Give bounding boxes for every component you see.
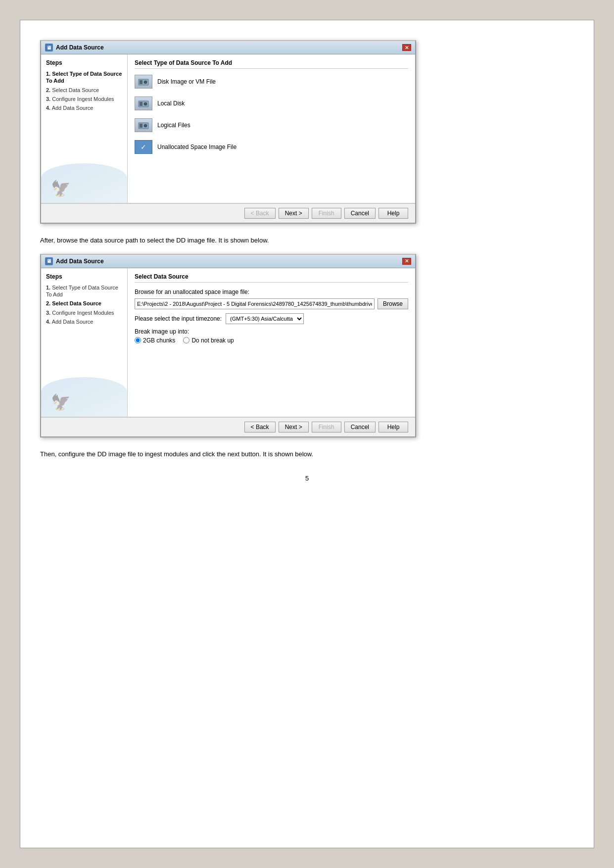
dialog1-step-2: 2. Select Data Source [46,87,122,94]
radio-row: 2GB chunks Do not break up [135,337,408,344]
dialog2-steps-list: 1. Select Type of Data Source To Add 2. … [46,284,122,325]
dialog2-next-button[interactable]: Next > [279,422,309,433]
timezone-row: Please select the input timezone: (GMT+5… [135,313,408,324]
dialog1-icon: 🖥 [45,44,53,51]
page-content: 🖥 Add Data Source ✕ Steps 1. Select Type… [20,20,594,848]
dialog1-steps-panel: Steps 1. Select Type of Data Source To A… [41,54,128,203]
dialog1-finish-button[interactable]: Finish [312,208,341,219]
dialog1-close-button[interactable]: ✕ [402,44,411,51]
dialog1-main: Steps 1. Select Type of Data Source To A… [41,54,415,203]
dialog2-content-title: Select Data Source [135,273,408,283]
dialog1-footer: < Back Next > Finish Cancel Help [41,203,415,223]
dialog2-titlebar: 🖥 Add Data Source ✕ [41,255,415,268]
dialog1-body: Steps 1. Select Type of Data Source To A… [41,54,415,223]
dialog2-steps-title: Steps [46,273,122,280]
dialog1-cancel-button[interactable]: Cancel [344,208,376,219]
dialog2-watermark-bird: 🦅 [51,393,71,412]
dialog1-step-4: 4. Add Data Source [46,104,122,111]
dialog1-content-panel: Select Type of Data Source To Add Disk I… [128,54,415,203]
dialog2-back-button[interactable]: < Back [244,422,276,433]
dialog2-body: Steps 1. Select Type of Data Source To A… [41,268,415,436]
svg-rect-1 [140,80,142,84]
page-number: 5 [40,475,574,482]
dialog1-steps-list: 1. Select Type of Data Source To Add 2. … [46,70,122,111]
svg-point-8 [144,124,147,127]
dialog1-back-button[interactable]: < Back [244,208,276,219]
disk-image-label: Disk Image or VM File [157,78,216,85]
paragraph1: After, browse the data source path to se… [40,236,574,246]
break-image-section: Break image up into: 2GB chunks Do not b… [135,328,408,344]
radio-2gb-option[interactable]: 2GB chunks [135,337,175,344]
browse-label: Browse for an unallocated space image fi… [135,289,408,295]
timezone-select[interactable]: (GMT+5:30) Asia/Calcutta [226,313,304,324]
browse-button[interactable]: Browse [378,298,408,309]
radio-2gb-label: 2GB chunks [143,337,175,344]
paragraph2: Then, configure the DD image file to ing… [40,449,574,460]
dialog2-content-panel: Select Data Source Browse for an unalloc… [128,268,415,417]
disk-image-icon [135,75,152,89]
dialog1-window: 🖥 Add Data Source ✕ Steps 1. Select Type… [40,40,416,224]
dialog1-option-unallocated[interactable]: ✓ Unallocated Space Image File [135,140,408,154]
radio-nobreak-option[interactable]: Do not break up [183,337,234,344]
dialog1-steps-title: Steps [46,59,122,66]
radio-nobreak-input[interactable] [183,337,189,343]
svg-rect-7 [140,124,142,128]
dialog2-cancel-button[interactable]: Cancel [344,422,376,433]
dialog2-steps-panel: Steps 1. Select Type of Data Source To A… [41,268,128,417]
local-disk-icon [135,96,152,110]
dialog1-option-logical-files[interactable]: Logical Files [135,118,408,132]
svg-rect-4 [140,102,142,106]
file-path-row: Browse [135,298,408,309]
break-image-label: Break image up into: [135,328,408,335]
dialog1-option-disk-image[interactable]: Disk Image or VM File [135,75,408,89]
dialog2-step-1: 1. Select Type of Data Source To Add [46,284,122,298]
dialog2-title: Add Data Source [56,258,104,265]
timezone-label: Please select the input timezone: [135,315,222,322]
svg-point-2 [144,81,147,84]
dialog2-close-button[interactable]: ✕ [402,258,411,265]
dialog1-next-button[interactable]: Next > [279,208,309,219]
radio-nobreak-label: Do not break up [191,337,234,344]
dialog1-content-title: Select Type of Data Source To Add [135,59,408,69]
dialog2-help-button[interactable]: Help [378,422,408,433]
dialog2-step-2: 2. Select Data Source [46,300,122,307]
dialog1-option-local-disk[interactable]: Local Disk [135,96,408,110]
dialog1-step-3: 3. Configure Ingest Modules [46,96,122,102]
radio-2gb-input[interactable] [135,337,141,343]
dialog1-titlebar: 🖥 Add Data Source ✕ [41,41,415,54]
dialog2-icon: 🖥 [45,257,53,265]
dialog1-title-left: 🖥 Add Data Source [45,44,104,51]
dialog1-step-1: 1. Select Type of Data Source To Add [46,70,122,85]
logical-files-icon [135,118,152,132]
logical-files-label: Logical Files [157,122,190,129]
dialog2-step-4: 4. Add Data Source [46,318,122,325]
dialog1-watermark-bird: 🦅 [51,179,71,198]
dialog2-title-left: 🖥 Add Data Source [45,257,104,265]
dialog1-help-button[interactable]: Help [378,208,408,219]
file-path-input[interactable] [135,298,375,309]
dialog2-finish-button[interactable]: Finish [312,422,341,433]
svg-point-5 [144,102,147,105]
unallocated-icon: ✓ [135,140,152,154]
local-disk-label: Local Disk [157,100,185,107]
dialog2-main: Steps 1. Select Type of Data Source To A… [41,268,415,417]
unallocated-label: Unallocated Space Image File [157,144,236,150]
dialog2-step-3: 3. Configure Ingest Modules [46,309,122,316]
dialog2-footer: < Back Next > Finish Cancel Help [41,417,415,436]
dialog1-title: Add Data Source [56,44,104,51]
dialog2-window: 🖥 Add Data Source ✕ Steps 1. Select Type… [40,254,416,437]
